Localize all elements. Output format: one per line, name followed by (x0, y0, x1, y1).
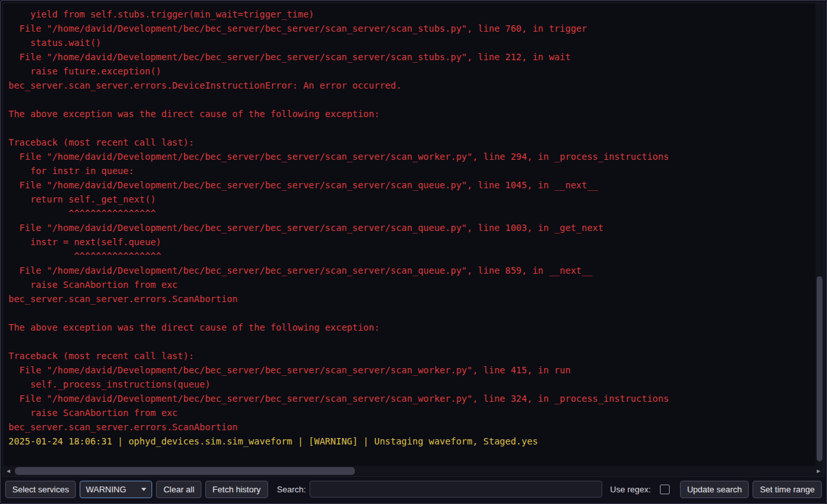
fetch-history-button[interactable]: Fetch history (205, 481, 267, 498)
log-line: File "/home/david/Development/bec/bec_se… (8, 391, 815, 406)
log-line: ^^^^^^^^^^^^^^^^ (8, 249, 815, 263)
log-line: Traceback (most recent call last): (8, 135, 815, 149)
chevron-down-icon (141, 488, 146, 491)
log-level-select[interactable]: WARNING (80, 481, 152, 498)
log-line: File "/home/david/Development/bec/bec_se… (8, 50, 815, 64)
vertical-scrollbar-thumb[interactable] (817, 276, 822, 461)
log-line (8, 306, 815, 320)
search-label: Search: (277, 485, 306, 494)
log-line (8, 334, 815, 349)
log-line: ^^^^^^^^^^^^^^^^ (8, 206, 815, 221)
log-line: File "/home/david/Development/bec/bec_se… (8, 149, 815, 164)
log-line: bec_server.scan_server.errors.DeviceInst… (8, 78, 815, 93)
vertical-scrollbar[interactable] (815, 3, 824, 466)
use-regex-checkbox[interactable] (660, 485, 670, 494)
bottom-toolbar: Select services WARNING Clear all Fetch … (3, 477, 824, 501)
log-line: File "/home/david/Development/bec/bec_se… (8, 178, 815, 192)
scroll-left-arrow-icon[interactable]: ◄ (3, 466, 14, 476)
use-regex-label: Use regex: (610, 485, 651, 494)
log-viewer-window: yield from self.stubs.trigger(min_wait=t… (0, 0, 827, 504)
log-line: self._process_instructions(queue) (8, 377, 815, 391)
log-line (8, 93, 815, 107)
log-line: raise future.exception() (8, 64, 815, 78)
horizontal-scrollbar[interactable]: ◄ ► (3, 466, 824, 476)
horizontal-scrollbar-thumb[interactable] (15, 467, 355, 475)
log-line: Traceback (most recent call last): (8, 349, 815, 363)
log-line (8, 121, 815, 135)
log-line: raise ScanAbortion from exc (8, 278, 815, 292)
log-line: File "/home/david/Development/bec/bec_se… (8, 363, 815, 377)
log-line: The above exception was the direct cause… (8, 107, 815, 121)
horizontal-scrollbar-track[interactable] (14, 466, 813, 476)
log-panel: yield from self.stubs.trigger(min_wait=t… (3, 3, 824, 477)
update-search-button[interactable]: Update search (680, 481, 749, 498)
log-level-value: WARNING (85, 485, 126, 494)
log-line: bec_server.scan_server.errors.ScanAborti… (8, 292, 815, 306)
set-time-range-button[interactable]: Set time range (753, 481, 822, 498)
log-lines[interactable]: yield from self.stubs.trigger(min_wait=t… (3, 3, 815, 466)
clear-all-button[interactable]: Clear all (156, 481, 201, 498)
log-line: The above exception was the direct cause… (8, 320, 815, 334)
log-line: for instr in queue: (8, 164, 815, 178)
log-line: return self._get_next() (8, 192, 815, 206)
log-line: File "/home/david/Development/bec/bec_se… (8, 21, 815, 36)
log-line: File "/home/david/Development/bec/bec_se… (8, 263, 815, 278)
log-line: bec_server.scan_server.errors.ScanAborti… (8, 420, 815, 434)
scroll-right-arrow-icon[interactable]: ► (813, 466, 824, 476)
log-line: File "/home/david/Development/bec/bec_se… (8, 221, 815, 235)
log-line: status.wait() (8, 36, 815, 50)
log-line: raise ScanAbortion from exc (8, 406, 815, 420)
log-line: yield from self.stubs.trigger(min_wait=t… (8, 7, 815, 21)
log-line: 2025-01-24 18:06:31 | ophyd_devices.sim.… (8, 434, 815, 448)
search-input[interactable] (310, 481, 602, 498)
select-services-button[interactable]: Select services (5, 481, 76, 498)
log-line: instr = next(self.queue) (8, 235, 815, 249)
